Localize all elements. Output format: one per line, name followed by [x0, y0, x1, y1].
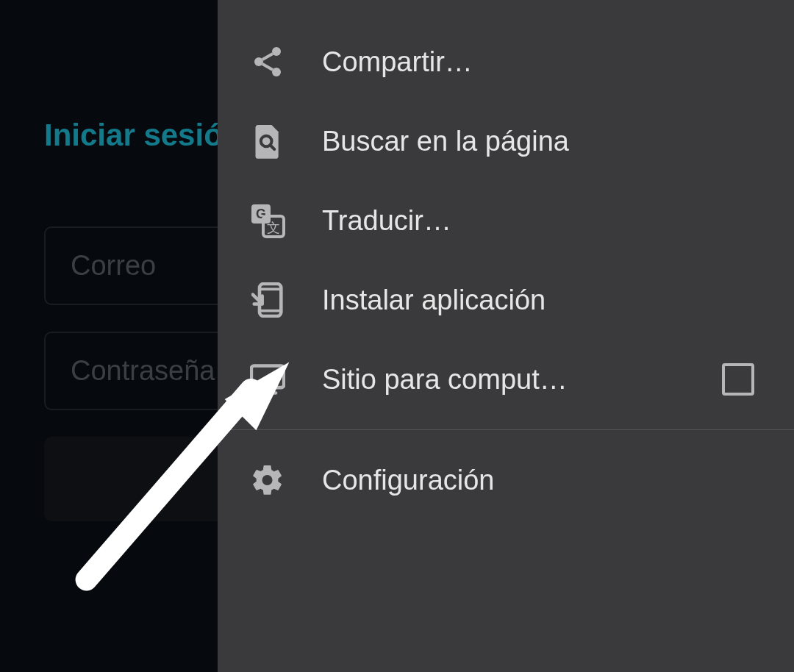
svg-point-2 — [272, 68, 281, 76]
menu-item-label: Configuración — [322, 465, 762, 496]
translate-icon: G 文 — [250, 203, 285, 238]
svg-point-0 — [272, 47, 281, 56]
svg-text:文: 文 — [267, 221, 280, 235]
svg-line-4 — [262, 64, 273, 70]
gear-icon — [250, 462, 285, 498]
menu-item-desktop-site[interactable]: Sitio para comput… — [218, 340, 794, 419]
menu-item-label: Traducir… — [322, 205, 762, 237]
menu-item-label: Buscar en la página — [322, 126, 762, 157]
menu-item-find-in-page[interactable]: Buscar en la página — [218, 101, 794, 181]
desktop-icon — [250, 362, 285, 397]
share-icon — [250, 44, 285, 79]
menu-item-share[interactable]: Compartir… — [218, 22, 794, 101]
menu-item-label: Compartir… — [322, 46, 762, 78]
desktop-site-checkbox[interactable] — [722, 363, 754, 396]
svg-point-1 — [254, 57, 263, 66]
menu-item-install-app[interactable]: Instalar aplicación — [218, 260, 794, 340]
menu-item-label: Instalar aplicación — [322, 285, 762, 316]
menu-item-label: Sitio para comput… — [322, 364, 685, 396]
svg-rect-14 — [251, 366, 284, 388]
menu-item-settings[interactable]: Configuración — [218, 440, 794, 520]
svg-line-3 — [262, 54, 273, 60]
menu-divider — [218, 429, 794, 430]
install-app-icon — [250, 282, 285, 318]
menu-item-translate[interactable]: G 文 Traducir… — [218, 181, 794, 260]
find-in-page-icon — [250, 124, 285, 159]
browser-menu: Compartir… Buscar en la página G 文 Tradu… — [218, 0, 794, 672]
